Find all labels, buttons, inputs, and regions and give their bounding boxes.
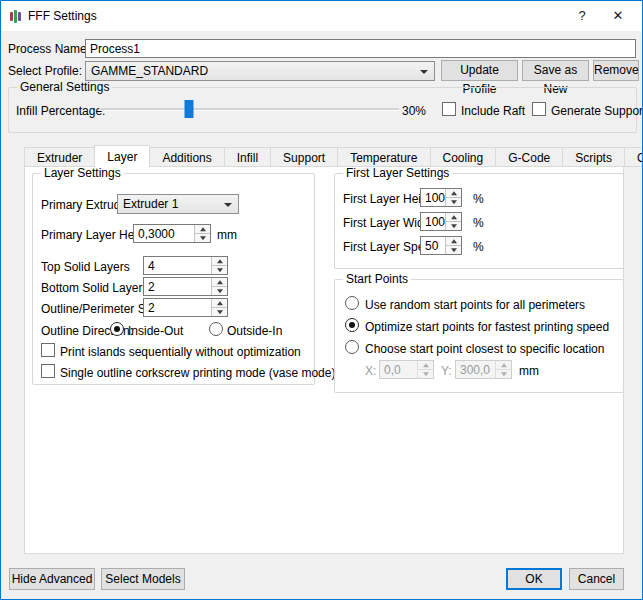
first-layer-height-spinbox[interactable]: 100 [420,188,462,207]
spin-down-icon [496,370,511,378]
spin-up-icon[interactable] [446,213,461,222]
spin-up-icon [418,361,433,370]
top-solid-spin-buttons[interactable] [211,257,227,274]
process-name-input[interactable] [85,39,636,58]
first-layer-speed-unit: % [473,240,484,254]
top-solid-layers-value: 4 [148,259,155,273]
generate-support-checkbox[interactable] [532,102,546,116]
tab-infill[interactable]: Infill [224,147,271,167]
random-start-points-label: Use random start points for all perimete… [365,298,585,312]
start-y-value: 300,0 [460,363,490,377]
first-layer-speed-spinbox[interactable]: 50 [420,236,462,255]
tab-support[interactable]: Support [270,147,338,167]
primary-extruder-value: Extruder 1 [123,197,178,212]
top-solid-layers-spinbox[interactable]: 4 [143,256,228,275]
spin-up-icon[interactable] [195,225,210,234]
help-button[interactable]: ? [564,1,600,31]
first-layer-height-spin-buttons[interactable] [445,189,461,206]
bottom-solid-layers-value: 2 [148,280,155,294]
tab-cooling[interactable]: Cooling [430,147,497,167]
outside-in-radio[interactable] [209,322,223,336]
spin-down-icon[interactable] [446,246,461,254]
infill-slider[interactable] [99,100,399,118]
first-layer-speed-spin-buttons[interactable] [445,237,461,254]
bottom-solid-spin-buttons[interactable] [211,278,227,295]
spin-down-icon[interactable] [212,308,227,316]
ok-button[interactable]: OK [506,568,562,590]
profile-selected-value: GAMME_STANDARD [91,64,208,79]
settings-tab-bar: Extruder Layer Additions Infill Support … [24,145,643,167]
first-layer-height-value: 100 [425,191,445,205]
tab-scripts[interactable]: Scripts [562,147,625,167]
spin-down-icon[interactable] [212,266,227,274]
fff-settings-dialog: FFF Settings ? ✕ Process Name: Select Pr… [0,0,643,600]
choose-start-point-radio[interactable] [345,340,359,354]
inside-out-radio[interactable] [110,322,124,336]
first-layer-width-unit: % [473,216,484,230]
tab-gcode[interactable]: G-Code [495,147,563,167]
hide-advanced-button[interactable]: Hide Advanced [9,568,95,590]
generate-support-label: Generate Support [551,104,643,118]
tab-extruder[interactable]: Extruder [24,147,95,167]
infill-slider-handle[interactable] [185,100,194,118]
first-layer-settings-legend: First Layer Settings [343,167,452,180]
first-layer-width-spin-buttons[interactable] [445,213,461,230]
spin-down-icon[interactable] [446,198,461,206]
print-islands-label: Print islands sequentially without optim… [60,345,301,359]
select-models-button[interactable]: Select Models [101,568,185,590]
tab-temperature[interactable]: Temperature [337,147,430,167]
tab-layer[interactable]: Layer [94,145,150,167]
app-icon [10,9,21,23]
inside-out-label: Inside-Out [128,324,183,338]
start-x-label: X: [365,364,376,378]
remove-profile-button[interactable]: Remove [593,60,639,81]
print-islands-checkbox[interactable] [41,343,55,357]
spin-up-icon [496,361,511,370]
spin-up-icon[interactable] [212,278,227,287]
start-points-legend: Start Points [343,273,411,286]
primary-layer-height-value: 0,3000 [138,227,175,241]
cancel-button[interactable]: Cancel [569,568,624,590]
first-layer-width-value: 100 [425,215,445,229]
spin-down-icon[interactable] [446,222,461,230]
update-profile-button[interactable]: Update Profile [441,60,518,81]
include-raft-checkbox[interactable] [442,102,456,116]
bottom-solid-layers-label: Bottom Solid Layers [41,281,148,295]
spin-down-icon [418,370,433,378]
bottom-solid-layers-spinbox[interactable]: 2 [143,277,228,296]
spin-down-icon[interactable] [212,287,227,295]
optimize-start-points-radio[interactable] [345,318,359,332]
spin-down-icon[interactable] [195,234,210,242]
start-y-spinbox: 300,0 [455,360,512,379]
outline-shells-spinbox[interactable]: 2 [143,298,228,317]
general-settings-legend: General Settings [17,81,112,94]
primary-layer-height-spinbox[interactable]: 0,3000 [133,224,211,243]
start-y-spin-buttons [495,361,511,378]
optimize-start-points-label: Optimize start points for fastest printi… [365,320,609,334]
spin-up-icon[interactable] [212,299,227,308]
tab-additions[interactable]: Additions [149,147,224,167]
layer-settings-group: Layer Settings Primary Extruder Extruder… [32,173,315,385]
first-layer-width-spinbox[interactable]: 100 [420,212,462,231]
chevron-down-icon [224,203,232,207]
random-start-points-radio[interactable] [345,296,359,310]
first-layer-settings-group: First Layer Settings First Layer Height … [334,173,624,269]
close-button[interactable]: ✕ [600,1,636,31]
spin-up-icon[interactable] [446,237,461,246]
primary-layer-height-spin-buttons[interactable] [194,225,210,242]
infill-percentage-label: Infill Percentage: [16,104,105,118]
outline-shells-spin-buttons[interactable] [211,299,227,316]
primary-extruder-select[interactable]: Extruder 1 [117,194,239,214]
layer-settings-legend: Layer Settings [41,167,124,180]
start-x-spinbox: 0,0 [379,360,434,379]
vase-mode-checkbox[interactable] [41,364,55,378]
save-as-new-button[interactable]: Save as New [522,60,589,81]
title-bar[interactable]: FFF Settings ? ✕ [1,1,642,31]
spin-up-icon[interactable] [212,257,227,266]
tab-other[interactable]: Other [624,147,643,167]
start-x-spin-buttons [417,361,433,378]
start-y-label: Y: [441,364,452,378]
profile-select[interactable]: GAMME_STANDARD [85,61,435,81]
first-layer-height-unit: % [473,192,484,206]
spin-up-icon[interactable] [446,189,461,198]
